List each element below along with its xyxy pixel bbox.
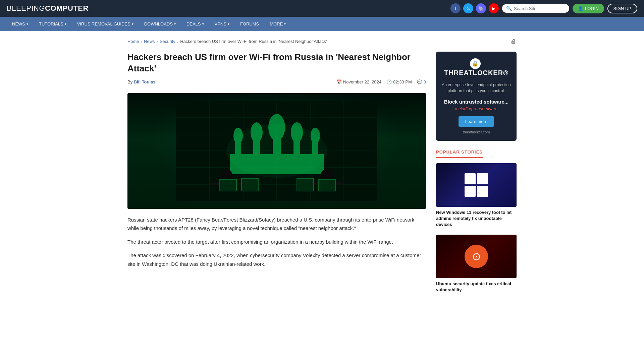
article-time: 🕐 02:33 PM: [386, 79, 412, 84]
article-main: Hackers breach US firm over Wi-Fi from R…: [127, 52, 426, 300]
windows-pane-3: [465, 186, 476, 197]
ad-learn-more-button[interactable]: Learn more: [459, 116, 494, 127]
nav-more-arrow: ▾: [284, 22, 286, 26]
nav-deals-arrow: ▾: [202, 22, 204, 26]
story-title-windows: New Windows 11 recovery tool to let admi…: [436, 209, 517, 228]
time-value: 02:33 PM: [393, 79, 412, 84]
main-layout: Hackers breach US firm over Wi-Fi from R…: [127, 52, 517, 300]
author-prefix: By: [127, 79, 132, 84]
search-box: 🔍: [502, 4, 569, 13]
nav-downloads-arrow: ▾: [174, 22, 176, 26]
search-icon: 🔍: [506, 6, 512, 11]
article-date: 📅 November 22, 2024: [336, 79, 381, 84]
article-paragraph-1: Russian state hackers APT28 (Fancy Bear/…: [127, 216, 426, 233]
nav-vpns[interactable]: VPNS ▾: [209, 17, 235, 31]
threatlocker-ad: 🔒 THREATLOCKER® An enterprise-level endp…: [436, 52, 517, 141]
breadcrumb-left: Home › News › Security › Hackers breach …: [127, 39, 327, 44]
article-title: Hackers breach US firm over Wi-Fi from R…: [127, 52, 426, 74]
login-label: LOGIN: [585, 6, 598, 11]
story-link-windows[interactable]: New Windows 11 recovery tool to let admi…: [436, 210, 512, 227]
ad-tagline: An enterprise-level endpoint protection …: [441, 82, 512, 94]
article-comments: 💬 0: [417, 79, 426, 84]
windows-logo-icon: [465, 173, 488, 197]
image-overlay: [127, 93, 426, 209]
story-card-ubuntu[interactable]: ⊙ Ubuntu security update fixes critical …: [436, 235, 517, 293]
windows-pane-2: [477, 173, 488, 184]
facebook-icon[interactable]: f: [450, 3, 461, 13]
article-meta-right: 📅 November 22, 2024 🕐 02:33 PM 💬 0: [336, 79, 426, 84]
popular-stories-heading: POPULAR STORIES: [436, 149, 483, 158]
svg-rect-29: [297, 178, 314, 191]
breadcrumb-security[interactable]: Security: [160, 39, 175, 44]
ad-sub: including ransomware: [441, 106, 512, 111]
top-header: BLEEPINGCOMPUTER f 𝕏 🐘 ▶ 🔍 👤 LOGIN SIGN …: [0, 0, 644, 17]
nav-forums[interactable]: FORUMS: [235, 17, 264, 31]
comment-icon: 💬: [417, 79, 422, 84]
site-logo: BLEEPINGCOMPUTER: [7, 4, 89, 13]
ad-brand-name: THREATLOCKER®: [444, 69, 508, 76]
ubuntu-logo-icon: ⊙: [465, 245, 488, 268]
social-icons: f 𝕏 🐘 ▶: [450, 3, 499, 13]
nav-deals[interactable]: DEALS ▾: [181, 17, 209, 31]
header-right: f 𝕏 🐘 ▶ 🔍 👤 LOGIN SIGN UP: [450, 3, 637, 13]
ad-heading: Block untrusted software...: [441, 99, 512, 105]
breadcrumb-news[interactable]: News: [144, 39, 155, 44]
nav-news-arrow: ▾: [26, 22, 28, 26]
comment-count: 0: [424, 79, 426, 84]
kremlin-illustration: [176, 101, 377, 201]
nav-virus-removal[interactable]: VIRUS REMOVAL GUIDES ▾: [72, 17, 139, 31]
nav-vpns-arrow: ▾: [228, 22, 229, 26]
ad-lock-icon: 🔒: [470, 58, 481, 69]
content-wrapper: Home › News › Security › Hackers breach …: [121, 31, 523, 306]
mastodon-icon[interactable]: 🐘: [476, 3, 486, 13]
article-body: Russian state hackers APT28 (Fancy Bear/…: [127, 216, 426, 268]
main-nav: NEWS ▾ TUTORIALS ▾ VIRUS REMOVAL GUIDES …: [0, 17, 644, 31]
nav-tutorials[interactable]: TUTORIALS ▾: [34, 17, 72, 31]
login-button[interactable]: 👤 LOGIN: [573, 4, 604, 13]
breadcrumb: Home › News › Security › Hackers breach …: [127, 38, 517, 45]
ubuntu-thumbnail-bg: ⊙: [436, 235, 517, 278]
story-thumbnail-ubuntu: ⊙: [436, 235, 517, 278]
story-thumbnail-windows: [436, 163, 517, 207]
story-card-windows[interactable]: New Windows 11 recovery tool to let admi…: [436, 163, 517, 228]
breadcrumb-home[interactable]: Home: [127, 39, 139, 44]
nav-virus-arrow: ▾: [132, 22, 133, 26]
nav-downloads[interactable]: DOWNLOADS ▾: [139, 17, 181, 31]
breadcrumb-current: Hackers breach US firm over Wi-Fi from R…: [180, 39, 327, 44]
article-paragraph-3: The attack was discovered on February 4,…: [127, 251, 426, 268]
svg-rect-28: [241, 178, 258, 191]
breadcrumb-sep-2: ›: [157, 39, 158, 44]
nav-tutorials-arrow: ▾: [65, 22, 66, 26]
login-user-icon: 👤: [578, 6, 583, 11]
article-author: By Bill Toulas: [127, 79, 156, 84]
breadcrumb-sep-3: ›: [177, 39, 178, 44]
nav-news[interactable]: NEWS ▾: [7, 17, 34, 31]
calendar-icon: 📅: [336, 79, 342, 84]
sidebar: 🔒 THREATLOCKER® An enterprise-level endp…: [436, 52, 517, 300]
logo-light: BLEEPING: [7, 4, 45, 12]
popular-stories: POPULAR STORIES: [436, 149, 517, 293]
logo-bold: COMPUTER: [45, 4, 89, 12]
article-meta: By Bill Toulas 📅 November 22, 2024 🕐 02:…: [127, 79, 426, 88]
date-value: November 22, 2024: [343, 79, 381, 84]
search-input[interactable]: [514, 6, 565, 11]
article-paragraph-2: The threat actor pivoted to the target a…: [127, 238, 426, 246]
nav-more[interactable]: MORE ▾: [264, 17, 291, 31]
breadcrumb-sep-1: ›: [141, 39, 142, 44]
windows-pane-4: [477, 186, 488, 197]
story-title-ubuntu: Ubuntu security update fixes critical vu…: [436, 281, 517, 293]
ad-logo: 🔒 THREATLOCKER®: [441, 58, 512, 77]
svg-rect-30: [319, 179, 335, 191]
svg-point-22: [226, 124, 327, 178]
clock-icon: 🕐: [386, 79, 392, 84]
ad-url: threatlocker.com: [441, 130, 512, 134]
author-link[interactable]: Bill Toulas: [134, 79, 156, 84]
signup-button[interactable]: SIGN UP: [607, 4, 637, 13]
windows-thumbnail-bg: [436, 163, 517, 207]
youtube-icon[interactable]: ▶: [489, 3, 499, 13]
article-hero-image: [127, 93, 426, 209]
twitter-icon[interactable]: 𝕏: [463, 3, 473, 13]
story-link-ubuntu[interactable]: Ubuntu security update fixes critical vu…: [436, 281, 511, 292]
print-icon[interactable]: 🖨: [511, 38, 517, 45]
svg-rect-27: [220, 179, 236, 191]
